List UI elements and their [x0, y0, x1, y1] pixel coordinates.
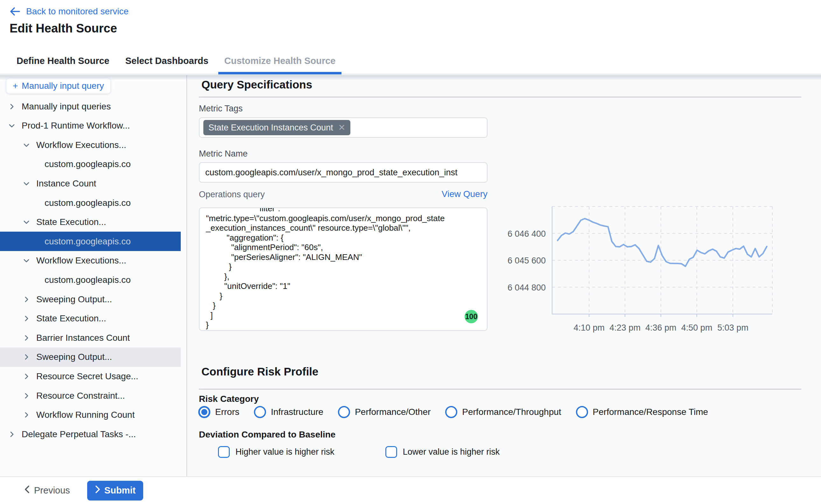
checkbox-lower-value-is-higher-risk[interactable]: Lower value is higher risk — [385, 446, 500, 458]
chevron-right-icon[interactable] — [8, 430, 16, 438]
tree-item-custom-googleapis-co[interactable]: custom.googleapis.co — [0, 155, 181, 174]
checkbox-unchecked-icon[interactable] — [218, 446, 230, 458]
radio-label: Infrastructure — [271, 407, 323, 417]
page-title: Edit Health Source — [10, 22, 117, 35]
tree-item-label: State Execution... — [36, 217, 106, 227]
tree-item-workflow-executions[interactable]: Workflow Executions... — [0, 251, 181, 270]
tree-item-custom-googleapis-co[interactable]: custom.googleapis.co — [0, 270, 181, 290]
metric-tags-input[interactable]: State Execution Instances Count ✕ — [199, 117, 488, 138]
chevron-right-icon[interactable] — [22, 372, 31, 381]
tree-item-resource-secret-usage[interactable]: Resource Secret Usage... — [0, 367, 181, 386]
tree-item-workflow-executions[interactable]: Workflow Executions... — [0, 135, 181, 155]
section-divider — [199, 389, 801, 389]
deviation-label: Deviation Compared to Baseline — [199, 430, 335, 440]
tree-item-instance-count[interactable]: Instance Count — [0, 174, 181, 193]
radio-label: Performance/Response Time — [593, 407, 708, 417]
radio-selected-icon[interactable] — [198, 406, 210, 418]
tree-item-label: Resource Constraint... — [36, 391, 125, 401]
page-header: Back to monitored service Edit Health So… — [0, 0, 821, 48]
radio-performance-throughput[interactable]: Performance/Throughput — [445, 406, 561, 418]
metric-name-label: Metric Name — [199, 149, 248, 159]
arrow-left-icon — [10, 7, 20, 16]
chevron-right-icon[interactable] — [22, 353, 31, 361]
tree-item-workflow-running-count[interactable]: Workflow Running Count — [0, 405, 181, 425]
metric-tags-label: Metric Tags — [199, 104, 243, 114]
operations-query-editor[interactable]: "filter": "metric.type=\"custom.googleap… — [199, 207, 488, 331]
tree-item-label: custom.googleapis.co — [45, 236, 131, 247]
radio-unselected-icon[interactable] — [254, 406, 266, 418]
tree-item-custom-googleapis-co[interactable]: custom.googleapis.co — [0, 232, 181, 251]
remove-tag-icon[interactable]: ✕ — [338, 123, 346, 132]
tree-item-custom-googleapis-co[interactable]: custom.googleapis.co — [0, 193, 181, 213]
chevron-right-icon[interactable] — [22, 334, 31, 342]
tree-item-label: Workflow Executions... — [36, 255, 126, 266]
tree-item-label: Workflow Executions... — [36, 140, 126, 150]
back-to-monitored-service-link[interactable]: Back to monitored service — [10, 6, 129, 17]
tree-item-manually-input-queries[interactable]: Manually input queries — [0, 97, 181, 116]
query-tree-sidebar: + Manually input query Manually input qu… — [0, 75, 187, 476]
chevron-right-icon[interactable] — [8, 102, 16, 111]
metric-tag-chip-label: State Execution Instances Count — [208, 123, 333, 133]
tree-item-label: custom.googleapis.co — [45, 275, 131, 285]
tab-customize-health-source[interactable]: Customize Health Source — [224, 48, 336, 74]
radio-unselected-icon[interactable] — [338, 406, 350, 418]
svg-text:4:10 pm: 4:10 pm — [574, 323, 605, 333]
svg-text:4:36 pm: 4:36 pm — [645, 323, 677, 333]
metric-name-input[interactable] — [199, 162, 488, 183]
plus-icon: + — [13, 81, 18, 91]
chevron-left-icon — [24, 485, 30, 496]
submit-button-label: Submit — [104, 485, 136, 496]
tree-item-label: State Execution... — [36, 313, 106, 324]
svg-text:5:03 pm: 5:03 pm — [717, 323, 748, 333]
radio-unselected-icon[interactable] — [576, 406, 588, 418]
tree-item-resource-constraint[interactable]: Resource Constraint... — [0, 386, 181, 405]
view-query-link[interactable]: View Query — [442, 189, 488, 199]
configure-risk-profile-title: Configure Risk Profile — [201, 365, 319, 378]
tree-item-label: Instance Count — [36, 179, 96, 189]
line-chart: 36 046 40036 045 60036 044 8004:10 pm4:2… — [508, 200, 805, 340]
tree-item-barrier-instances-count[interactable]: Barrier Instances Count — [0, 328, 181, 347]
chevron-right-icon[interactable] — [22, 411, 31, 419]
tree-item-label: Sweeping Output... — [36, 294, 112, 305]
tree-item-label: Resource Secret Usage... — [36, 371, 138, 381]
radio-label: Performance/Throughput — [462, 407, 561, 417]
tab-define-health-source[interactable]: Define Health Source — [16, 48, 110, 74]
tree-item-label: Delegate Perpetual Tasks -... — [22, 429, 136, 439]
chevron-right-icon[interactable] — [22, 314, 31, 323]
section-divider — [199, 97, 801, 97]
chevron-right-icon[interactable] — [22, 295, 31, 304]
wizard-footer: Previous Submit — [0, 476, 821, 504]
tree-item-delegate-perpetual-tasks[interactable]: Delegate Perpetual Tasks -... — [0, 424, 181, 444]
radio-performance-other[interactable]: Performance/Other — [338, 406, 431, 418]
svg-text:36 044 800: 36 044 800 — [508, 283, 546, 292]
add-manual-query-button[interactable]: + Manually input query — [6, 78, 110, 94]
chevron-down-icon[interactable] — [22, 179, 31, 188]
chevron-right-icon[interactable] — [22, 392, 31, 400]
radio-errors[interactable]: Errors — [198, 406, 239, 418]
tree-item-state-execution[interactable]: State Execution... — [0, 213, 181, 232]
radio-unselected-icon[interactable] — [445, 406, 457, 418]
svg-text:36 046 400: 36 046 400 — [508, 229, 546, 239]
tab-select-dashboards[interactable]: Select Dashboards — [125, 48, 209, 74]
chevron-down-icon[interactable] — [8, 122, 16, 130]
submit-button[interactable]: Submit — [87, 481, 143, 501]
svg-text:4:50 pm: 4:50 pm — [681, 323, 712, 333]
tree-item-state-execution[interactable]: State Execution... — [0, 309, 181, 328]
records-count-badge: 100 — [465, 310, 478, 323]
tree-item-prod-1-runtime-workflow[interactable]: Prod-1 Runtime Workflow... — [0, 116, 181, 136]
tree-item-sweeping-output[interactable]: Sweeping Output... — [0, 347, 181, 367]
checkbox-higher-value-is-higher-risk[interactable]: Higher value is higher risk — [218, 446, 334, 458]
operations-query-text: "filter": "metric.type=\"custom.googleap… — [200, 207, 487, 330]
tree-item-sweeping-output[interactable]: Sweeping Output... — [0, 290, 181, 309]
checkbox-unchecked-icon[interactable] — [385, 446, 397, 458]
radio-performance-response-time[interactable]: Performance/Response Time — [576, 406, 708, 418]
chevron-down-icon[interactable] — [22, 218, 31, 226]
previous-button[interactable]: Previous — [24, 485, 70, 496]
tab-label: Customize Health Source — [224, 56, 336, 66]
chevron-down-icon[interactable] — [22, 141, 31, 149]
chevron-down-icon[interactable] — [22, 256, 31, 265]
tree-item-label: custom.googleapis.co — [45, 159, 131, 169]
radio-infrastructure[interactable]: Infrastructure — [254, 406, 323, 418]
view-query-wrap: View Query — [199, 189, 488, 199]
checkbox-label: Higher value is higher risk — [235, 447, 334, 457]
